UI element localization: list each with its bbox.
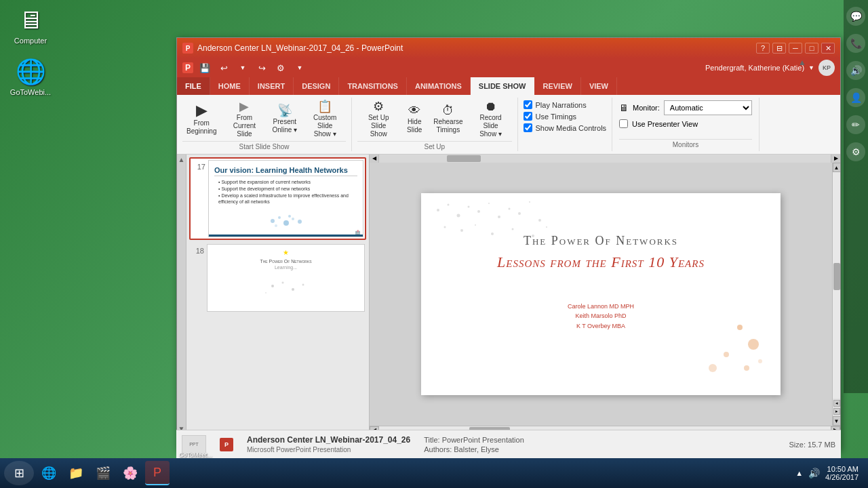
custom-slide-show-button[interactable]: 📋 Custom SlideShow ▾ [304,99,346,140]
powerpoint-icon: P [153,466,161,480]
svg-point-32 [724,352,729,357]
record-slideshow-button[interactable]: ⏺ Record SlideShow ▾ [470,99,512,140]
play-narrations-checkbox[interactable]: Play Narrations [524,100,607,109]
computer-icon: 🖥 [17,7,44,34]
sidebar-phone-icon[interactable]: 📞 [846,34,865,53]
tab-animations[interactable]: ANIMATIONS [407,77,471,95]
use-timings-input[interactable] [524,112,532,121]
slide-17-bar [209,235,363,237]
start-button[interactable]: ⊞ [4,461,34,485]
title-bar-left: P Anderson Center LN_Webinar-2017_04_26 … [182,43,403,54]
tab-insert[interactable]: INSERT [250,77,294,95]
hscroll-left[interactable]: ◀ [370,155,379,163]
desktop-icon-computer[interactable]: 🖥 Computer [7,7,54,45]
gotomeet-desktop-label: GoToMeet... [175,451,216,458]
sidebar-settings-icon[interactable]: ⚙ [846,142,865,161]
rehearse-label: RehearseTimings [433,118,462,134]
svg-point-19 [509,208,511,210]
set-up-label: Set UpSlide Show [361,114,395,138]
svg-point-34 [744,365,749,371]
taskbar-gotomeet[interactable]: 🌸 [118,461,142,485]
play-narrations-input[interactable] [524,100,532,109]
svg-point-6 [288,215,291,218]
from-beginning-button[interactable]: ▶ FromBeginning [182,102,220,137]
tab-design[interactable]: DESIGN [294,77,339,95]
customize-qa[interactable]: ⚙ [273,60,288,75]
start-slideshow-group-label: Start Slide Show [182,141,346,151]
tab-review[interactable]: REVIEW [534,77,580,95]
gotowebi-icon-label: GoToWebi... [10,88,51,96]
show-media-controls-input[interactable] [524,123,532,132]
monitor-dropdown[interactable]: Automatic Monitor 1 Monitor 2 [664,100,752,115]
sidebar-audio-icon[interactable]: 🔊 [846,61,865,80]
slide-18-subtitle: Learning... [212,265,360,270]
scrollbar-track [833,172,841,399]
audio-icon[interactable]: 🔊 [808,468,820,479]
svg-point-24 [460,229,463,232]
svg-point-27 [512,228,514,230]
tab-file[interactable]: FILE [177,77,210,95]
size-value: 15.7 MB [808,441,835,449]
scroll-up-arrow[interactable]: ▲ [178,156,185,163]
customize-arrow[interactable]: ▼ [292,60,307,75]
scrollbar-down[interactable]: ▼ [833,416,841,426]
taskbar-right: ▲ 🔊 10:50 AM 4/26/2017 [795,465,864,481]
scroll-extra-2[interactable]: ▸ [833,408,840,415]
svg-point-1 [278,216,281,219]
title-bar-controls: ? ⊟ ─ □ ✕ [756,43,835,54]
taskbar-powerpoint[interactable]: P [145,461,170,485]
file-filename: Anderson Center LN_Webinar-2017_04_26 [247,435,410,445]
svg-point-3 [292,218,294,220]
close-button[interactable]: ✕ [821,43,835,54]
undo-dropdown[interactable]: ▼ [235,60,250,75]
scroll-extra-1[interactable]: ◂ [833,400,840,407]
hide-slide-label: HideSlide [407,118,422,134]
author-3: K T Overbey MBA [568,321,634,331]
hide-slide-button[interactable]: 👁 HideSlide [402,103,427,136]
ribbon-collapse-button[interactable]: ▲ [794,54,810,70]
tab-home[interactable]: HOME [210,77,250,95]
desktop-icon-gotowebi[interactable]: 🌐 GoToWebi... [7,58,54,96]
taskbar-media[interactable]: 🎬 [91,461,115,485]
horizontal-nav-bar: ◀ ▶ [370,155,840,163]
taskbar-folder[interactable]: 📁 [64,461,88,485]
help-button[interactable]: ? [756,43,770,54]
main-slide-area: ◀ ▶ [370,155,840,434]
svg-point-33 [709,364,717,372]
use-timings-checkbox[interactable]: Use Timings [524,112,607,121]
system-tray-icons: ▲ [795,469,803,477]
title-label: Title: [424,436,439,444]
slide-bottom-dots [686,314,767,382]
use-presenter-view-input[interactable] [619,119,628,128]
undo-button[interactable]: ↩ [216,60,231,75]
sidebar-user-icon[interactable]: 👤 [846,88,865,107]
collapse-button[interactable]: ⊟ [772,43,786,54]
save-button[interactable]: 💾 [197,60,212,75]
maximize-button[interactable]: □ [805,43,818,54]
gotomeet-icon: 🌸 [123,466,138,481]
tab-slide-show[interactable]: SLIDE SHOW [471,77,535,95]
hscroll-right[interactable]: ▶ [831,155,840,163]
redo-button[interactable]: ↪ [254,60,269,75]
slide-18-dots [259,272,313,300]
svg-point-0 [271,219,275,223]
sidebar-edit-icon[interactable]: ✏ [846,115,865,134]
from-current-button[interactable]: ▶ FromCurrent Slide [223,99,265,140]
set-up-slideshow-button[interactable]: ⚙ Set UpSlide Show [357,99,399,140]
sidebar-chat-icon[interactable]: 💬 [846,7,865,26]
show-media-controls-checkbox[interactable]: Show Media Controls [524,123,607,132]
slide-thumb-18[interactable]: 18 ★ The Power Of Networks Learning... [189,243,366,313]
hscroll-track [379,155,831,163]
svg-point-12 [437,209,439,211]
rehearse-timings-button[interactable]: ⏱ RehearseTimings [429,103,467,136]
present-online-button[interactable]: 📡 PresentOnline ▾ [268,103,301,136]
minimize-button[interactable]: ─ [789,43,802,54]
main-slide: The Power Of Networks Lessons from the F… [421,193,781,395]
taskbar-ie[interactable]: 🌐 [37,461,61,485]
tab-transitions[interactable]: TRANSITIONS [339,77,407,95]
tab-view[interactable]: VIEW [581,77,617,95]
custom-slide-show-icon: 📋 [317,100,332,113]
slide-thumb-17[interactable]: 17 Our vision: Learning Health Networks … [189,157,366,240]
scrollbar-up[interactable]: ▲ [833,163,841,172]
svg-point-30 [737,325,743,330]
